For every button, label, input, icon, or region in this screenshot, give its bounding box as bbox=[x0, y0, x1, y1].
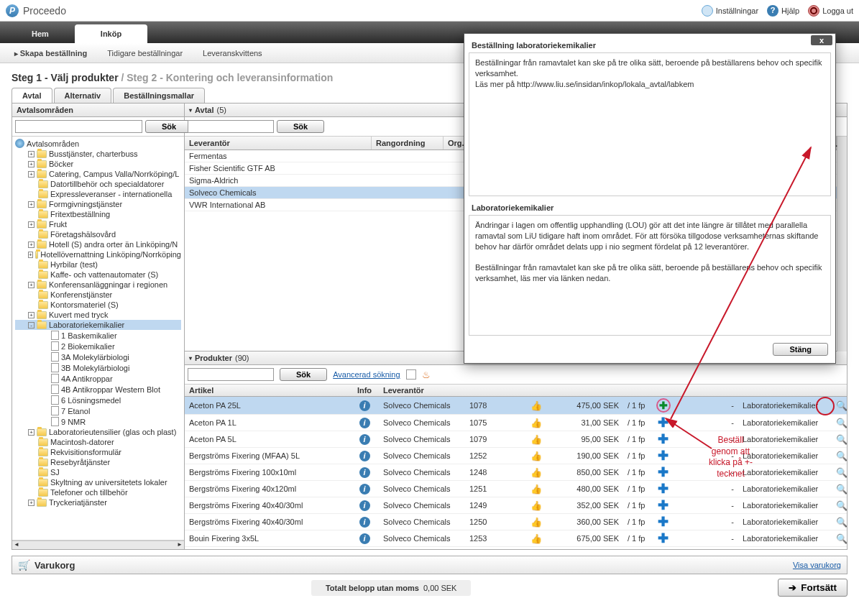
magnifier-icon[interactable]: 🔍 bbox=[836, 484, 847, 495]
tree-expander[interactable]: + bbox=[28, 282, 35, 288]
advanced-search-link[interactable]: Avancerad sökning bbox=[333, 370, 400, 379]
avtal-search-input[interactable] bbox=[188, 120, 274, 133]
add-to-cart-icon[interactable]: ✚ bbox=[658, 531, 669, 546]
info-icon[interactable]: i bbox=[359, 400, 370, 411]
products-search-input[interactable] bbox=[188, 368, 274, 381]
tree-item[interactable]: 3A Molekylärbiologi bbox=[15, 351, 181, 362]
tree-item[interactable]: 4A Antikroppar bbox=[15, 373, 181, 384]
tree-expander[interactable]: + bbox=[28, 161, 35, 167]
subnav-tidigare[interactable]: Tidigare beställningar bbox=[107, 49, 183, 58]
continue-button[interactable]: ➔Fortsätt bbox=[778, 579, 847, 597]
suppliers-vscroll[interactable] bbox=[837, 137, 847, 351]
info-icon[interactable]: i bbox=[359, 517, 370, 528]
product-row[interactable]: Aceton PA 25LiSolveco Chemicals1078👍475,… bbox=[185, 397, 847, 415]
page-tab-alternativ[interactable]: Alternativ bbox=[54, 88, 112, 103]
tree-item[interactable]: Hyrbilar (test) bbox=[15, 259, 181, 270]
tab-hem[interactable]: Hem bbox=[6, 24, 75, 43]
product-row[interactable]: Aceton PA 1LiSolveco Chemicals1075👍31,00… bbox=[185, 415, 847, 431]
product-row[interactable]: Bergströms Fixering 40x40/30mliSolveco C… bbox=[185, 497, 847, 514]
add-to-cart-icon[interactable]: ✚ bbox=[658, 432, 669, 446]
magnifier-icon[interactable]: 🔍 bbox=[836, 500, 847, 511]
tree-item[interactable]: 1 Baskemikalier bbox=[15, 330, 181, 341]
add-to-cart-icon[interactable]: ✚ bbox=[658, 415, 669, 430]
tree-item[interactable]: +Formgivningstjänster bbox=[15, 199, 181, 209]
magnifier-icon[interactable]: 🔍 bbox=[836, 467, 847, 478]
tree-expander[interactable]: + bbox=[28, 221, 35, 228]
add-to-cart-icon[interactable]: ✚ bbox=[658, 548, 669, 549]
tree-expander[interactable]: + bbox=[28, 312, 35, 318]
tree-item[interactable]: +Kuvert med tryck bbox=[15, 310, 181, 320]
help-link[interactable]: ?Hjälp bbox=[767, 5, 799, 17]
tree-item[interactable]: Konferenstjänster bbox=[15, 290, 181, 300]
subnav-skapa[interactable]: Skapa beställning bbox=[14, 49, 87, 58]
fire-icon[interactable]: ♨ bbox=[422, 370, 431, 380]
logout-link[interactable]: Logga ut bbox=[808, 5, 853, 17]
col-leverantor[interactable]: Leverantör bbox=[185, 137, 372, 150]
add-to-cart-icon[interactable]: ✚ bbox=[658, 465, 669, 479]
tree-item[interactable]: Företagshälsovård bbox=[15, 229, 181, 239]
col-rangordning[interactable]: Rangordning bbox=[372, 137, 444, 150]
product-row[interactable]: Etanol 70% AG 12x1LiSolveco Chemicals105… bbox=[185, 547, 847, 549]
info-icon[interactable]: i bbox=[359, 434, 370, 445]
magnifier-icon[interactable]: 🔍 bbox=[836, 434, 847, 445]
tree-item[interactable]: +Konferensanläggningar i regionen bbox=[15, 280, 181, 290]
tree-item[interactable]: -Laboratoriekemikalier bbox=[15, 320, 181, 330]
product-row[interactable]: Bergströms Fixering (MFAA) 5LiSolveco Ch… bbox=[185, 448, 847, 464]
tree-hscroll[interactable]: ◄► bbox=[12, 541, 184, 549]
left-search-input[interactable] bbox=[15, 120, 142, 133]
product-row[interactable]: Bergströms Fixering 40x120mliSolveco Che… bbox=[185, 481, 847, 497]
tree-item[interactable]: Datortillbehör och specialdatorer bbox=[15, 179, 181, 189]
add-to-cart-icon[interactable]: ✚ bbox=[658, 498, 669, 512]
modal-close-stang[interactable]: Stäng bbox=[773, 343, 828, 356]
tree-expander[interactable]: + bbox=[28, 201, 35, 208]
category-tree[interactable]: Avtalsområden+Busstjänster, charterbuss+… bbox=[12, 137, 184, 541]
show-cart-link[interactable]: Visa varukorg bbox=[793, 561, 841, 569]
tree-item[interactable]: +Catering, Campus Valla/Norrköping/L bbox=[15, 169, 181, 179]
tree-expander[interactable]: + bbox=[28, 429, 35, 436]
info-icon[interactable]: i bbox=[359, 484, 370, 495]
col-artikel[interactable]: Artikel bbox=[185, 385, 350, 396]
avtal-search-button[interactable]: Sök bbox=[277, 120, 324, 133]
tree-expander[interactable]: + bbox=[28, 500, 35, 506]
tree-expander[interactable]: + bbox=[28, 252, 33, 258]
product-row[interactable]: Bouin Fixering 3x5LiSolveco Chemicals125… bbox=[185, 530, 847, 547]
page-tab-mallar[interactable]: Beställningsmallar bbox=[113, 88, 205, 103]
tree-item[interactable]: Telefoner och tillbehör bbox=[15, 487, 181, 497]
tree-expander[interactable]: - bbox=[28, 322, 35, 328]
tree-item[interactable]: 7 Etanol bbox=[15, 405, 181, 416]
filter-checkbox-icon[interactable] bbox=[406, 369, 416, 380]
tree-item[interactable]: Macintosh-datorer bbox=[15, 437, 181, 447]
tree-item[interactable]: Kontorsmateriel (S) bbox=[15, 300, 181, 310]
subnav-leverans[interactable]: Leveranskvittens bbox=[203, 49, 262, 58]
tree-expander[interactable]: + bbox=[28, 242, 35, 248]
product-row[interactable]: Bergströms Fixering 100x10mliSolveco Che… bbox=[185, 464, 847, 481]
tree-item[interactable]: +Busstjänster, charterbuss bbox=[15, 149, 181, 159]
tree-item[interactable]: +Laboratorieutensilier (glas och plast) bbox=[15, 427, 181, 437]
tree-item[interactable]: 3B Molekylärbiologi bbox=[15, 362, 181, 373]
settings-link[interactable]: Inställningar bbox=[702, 5, 758, 17]
info-icon[interactable]: i bbox=[359, 500, 370, 511]
tree-item[interactable]: Skyltning av universitetets lokaler bbox=[15, 477, 181, 487]
tree-expander[interactable]: + bbox=[28, 151, 35, 157]
info-icon[interactable]: i bbox=[359, 533, 370, 544]
magnifier-icon[interactable]: 🔍 bbox=[836, 517, 847, 528]
add-to-cart-icon[interactable]: ✚ bbox=[658, 449, 669, 463]
tab-inkop[interactable]: Inköp bbox=[75, 24, 147, 43]
add-to-cart-icon[interactable]: ✚ bbox=[656, 398, 671, 413]
add-to-cart-icon[interactable]: ✚ bbox=[658, 482, 669, 496]
tree-item[interactable]: Rekvisitionsformulär bbox=[15, 447, 181, 457]
tree-item[interactable]: Fritextbeställning bbox=[15, 209, 181, 219]
tree-item[interactable]: Expressleveranser - internationella bbox=[15, 189, 181, 199]
tree-item[interactable]: Kaffe- och vattenautomater (S) bbox=[15, 270, 181, 280]
magnifier-icon[interactable]: 🔍 bbox=[836, 400, 847, 411]
tree-item[interactable]: +Böcker bbox=[15, 159, 181, 169]
tree-item[interactable]: +Tryckeriatjänster bbox=[15, 497, 181, 507]
product-row[interactable]: Aceton PA 5LiSolveco Chemicals1079👍95,00… bbox=[185, 431, 847, 448]
products-search-button[interactable]: Sök bbox=[280, 368, 327, 381]
chevron-down-icon[interactable]: ▾ bbox=[189, 107, 192, 114]
tree-item[interactable]: 4B Antikroppar Western Blot bbox=[15, 384, 181, 395]
tree-item[interactable]: 2 Biokemikalier bbox=[15, 341, 181, 351]
tree-item[interactable]: 6 Lösningsmedel bbox=[15, 395, 181, 405]
tree-item[interactable]: +Hotell (S) andra orter än Linköping/N bbox=[15, 239, 181, 249]
tree-item[interactable]: +Frukt bbox=[15, 219, 181, 229]
